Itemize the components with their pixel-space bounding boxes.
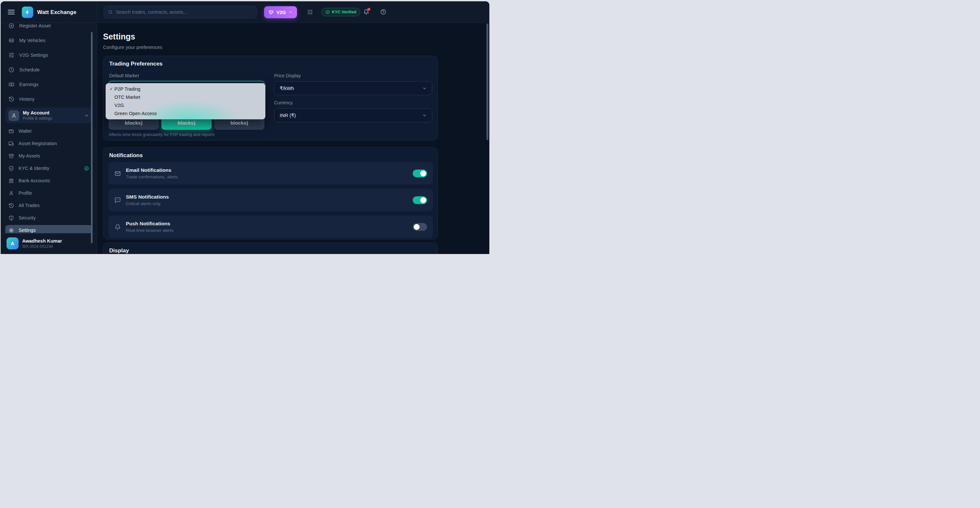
archive-box-icon: [8, 153, 14, 159]
sidebar-section-my-account[interactable]: My Account Profile & settings: [5, 108, 92, 123]
app-logo: [22, 6, 33, 18]
push-notifications-toggle[interactable]: [413, 223, 427, 231]
mode-switch-button[interactable]: V2G: [264, 6, 297, 18]
sidebar-item-kyc-identity[interactable]: KYC & Identity: [5, 163, 92, 174]
notification-row-push: Push Notifications Real-time browser ale…: [108, 215, 433, 238]
time-block-label: blocks): [231, 120, 248, 126]
currency-value: INR (₹): [280, 113, 296, 118]
sidebar-item-register-asset[interactable]: Register Asset: [5, 23, 92, 32]
notification-title: Push Notifications: [126, 221, 173, 227]
dropdown-option[interactable]: ✓P2P Trading: [106, 85, 266, 93]
sidebar-item-profile[interactable]: Profile: [5, 188, 92, 198]
option-label: V2G: [115, 103, 124, 108]
user-icon: [8, 190, 14, 196]
sms-notifications-toggle[interactable]: [413, 196, 427, 204]
main-scrollbar-thumb[interactable]: [487, 24, 488, 140]
plus-circle-icon: [8, 23, 14, 29]
sidebar-item-label: My Vehicles: [19, 38, 45, 43]
sidebar-item-label: Earnings: [19, 81, 38, 87]
dropdown-option[interactable]: ✓OTC Market: [106, 93, 266, 101]
sidebar-item-label: My Assets: [19, 153, 89, 158]
sidebar-footer: A Awadhesh Kumar WX-2024-001234: [1, 233, 97, 254]
chevron-down-icon: [422, 113, 427, 118]
sidebar-item-asset-registration[interactable]: Asset Registration: [5, 138, 92, 149]
currency-select[interactable]: INR (₹): [274, 108, 432, 122]
sidebar-header: Watt Exchange: [1, 1, 97, 23]
wallet-icon: [8, 129, 14, 134]
app-window: Watt Exchange V2G KYC Verified: [1, 1, 489, 254]
sidebar-scrollbar-thumb[interactable]: [91, 32, 92, 243]
sidebar-item-my-assets[interactable]: My Assets: [5, 151, 92, 161]
currency-label: Currency: [274, 100, 293, 105]
page-subtitle: Configure your preferences: [103, 45, 162, 50]
chevron-down-icon: [422, 86, 427, 91]
kyc-verified-badge[interactable]: KYC Verified: [321, 8, 360, 16]
sidebar-item-label: Asset Registration: [19, 141, 89, 146]
user-id: WX-2024-001234: [22, 244, 62, 249]
price-display-select[interactable]: ₹/kWh: [274, 81, 432, 95]
user-name: Awadhesh Kumar: [22, 238, 62, 244]
sidebar-item-my-vehicles[interactable]: My Vehicles: [5, 34, 92, 46]
apps-grid-icon[interactable]: [307, 9, 313, 16]
card-heading: Display: [109, 247, 129, 254]
notification-title: SMS Notifications: [126, 194, 169, 200]
option-label: P2P Trading: [115, 86, 140, 92]
unread-notification-dot: [368, 8, 370, 11]
dropdown-option[interactable]: ✓V2G: [106, 101, 266, 109]
user-icon: [11, 113, 17, 118]
global-search[interactable]: [104, 6, 257, 18]
sidebar-item-label: Wallet: [19, 129, 89, 134]
user-card[interactable]: A Awadhesh Kumar WX-2024-001234: [5, 236, 93, 251]
shield-icon: [8, 215, 14, 221]
sliders-icon: [8, 52, 14, 58]
sidebar-item-schedule[interactable]: Schedule: [5, 64, 92, 76]
toggle-knob: [414, 224, 420, 230]
sidebar-item-label: All Trades: [19, 203, 89, 208]
notification-subtitle: Real-time browser alerts: [126, 228, 173, 233]
notifications-card: Notifications Email Notifications Trade …: [103, 147, 438, 239]
option-label: OTC Market: [115, 94, 140, 100]
clock-icon: [8, 67, 14, 73]
kyc-verified-check-icon: [84, 166, 89, 171]
bell-icon: [115, 224, 121, 230]
bank-icon: [8, 178, 14, 183]
chevron-up-icon: [84, 113, 89, 118]
sidebar-item-history[interactable]: History: [5, 93, 92, 105]
message-icon: [115, 197, 121, 204]
account-section-subtitle: Profile & settings: [23, 116, 81, 121]
kyc-badge-label: KYC Verified: [332, 10, 356, 14]
sidebar-item-bank-accounts[interactable]: Bank Accounts: [5, 175, 92, 186]
sidebar-item-security[interactable]: Security: [5, 213, 92, 223]
notifications-bell-icon[interactable]: [363, 9, 369, 16]
sidebar-item-wallet[interactable]: Wallet: [5, 126, 92, 136]
history-icon: [8, 203, 14, 209]
menu-hamburger-icon[interactable]: [8, 10, 15, 15]
shield-check-icon: [8, 166, 14, 171]
banknote-icon: [8, 81, 14, 88]
sidebar-item-earnings[interactable]: Earnings: [5, 78, 92, 90]
badge-check-icon: [325, 10, 330, 14]
lightning-bolt-icon: [24, 9, 31, 15]
selected-check-icon: ✓: [109, 86, 114, 91]
sidebar-item-label: V2G Settings: [19, 52, 48, 58]
default-market-label: Default Market: [109, 73, 139, 78]
app-title: Watt Exchange: [37, 9, 76, 15]
sidebar-item-label: Bank Accounts: [19, 178, 89, 183]
sidebar-item-all-trades[interactable]: All Trades: [5, 200, 92, 211]
search-input[interactable]: [116, 10, 253, 15]
price-display-label: Price Display: [274, 73, 301, 78]
time-block-label: blocks): [125, 120, 142, 126]
devices-icon: [8, 141, 14, 147]
vehicle-icon: [268, 10, 274, 15]
email-notifications-toggle[interactable]: [413, 170, 427, 177]
toggle-knob: [420, 170, 426, 177]
toggle-knob: [420, 197, 426, 203]
gear-icon: [8, 228, 14, 233]
card-heading: Notifications: [109, 152, 143, 159]
notification-subtitle: Critical alerts only: [126, 201, 169, 206]
sidebar-item-label: Register Asset: [19, 23, 51, 29]
sidebar-item-v2g-settings[interactable]: V2G Settings: [5, 49, 92, 61]
mode-label: V2G: [277, 10, 286, 15]
help-icon[interactable]: [380, 9, 386, 16]
dropdown-option[interactable]: ✓Green Open Access: [106, 109, 266, 117]
